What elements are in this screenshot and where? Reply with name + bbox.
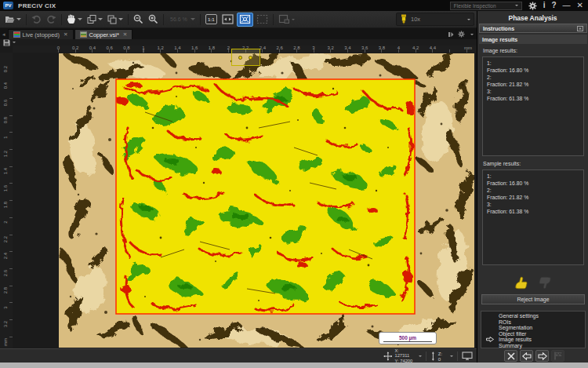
workflow-steps-list: General settings ROIs Segmentation Objec… [481,311,586,348]
stage-position-marker[interactable] [231,49,260,66]
micrograph-view[interactable]: 500 µm [59,53,474,348]
v-ruler-label: 3 [3,303,8,312]
tab-scroll-left[interactable]: ◂ [0,31,8,39]
v-ruler-label: 1.6 [3,184,8,193]
result-row: 2: [487,187,583,194]
pan-tool-button[interactable] [65,13,84,27]
help-icon[interactable]: ? [552,1,557,10]
expand-icon[interactable] [577,26,583,31]
v-ruler-unit: mm [3,337,8,347]
copy-tool-button[interactable] [85,13,104,27]
save-icon[interactable] [3,39,10,46]
v-ruler-label: 1 [3,133,8,142]
v-ruler-label: 2.8 [3,286,8,295]
zoom-in-button[interactable] [147,13,160,27]
stage-xy-control[interactable]: X: 127311 Y: 74200 [379,348,426,364]
h-ruler-label: 2.6 [274,46,285,50]
close-button[interactable]: ✕ [577,1,583,10]
h-ruler-label: 1.2 [155,46,166,50]
chevron-down-icon[interactable] [13,42,16,43]
chevron-down-icon[interactable] [419,355,422,357]
one-to-one-icon: 1:1 [205,14,217,24]
display-icon [462,352,473,360]
v-ruler-label: 2.6 [3,268,8,278]
scale-bar: 500 µm [379,332,437,344]
open-button[interactable] [3,13,23,27]
chevron-down-icon [78,18,82,20]
zoom-out-button[interactable] [132,13,145,27]
cancel-workflow-button[interactable] [504,350,517,362]
chevron-down-icon [191,18,195,20]
app-title: PRECiV CIX [18,2,56,9]
tab-close-icon[interactable]: ✕ [64,31,67,38]
undo-button[interactable] [30,13,43,27]
result-row: 3: [487,88,583,95]
zoom-level-select[interactable]: 56.6 % [167,13,197,27]
image-canvas[interactable]: 00.20.40.60.811.21.41.61.822.22.42.62.83… [0,46,477,348]
reject-image-button[interactable]: Reject Image [481,294,585,304]
h-ruler-label: 0.6 [104,46,115,50]
tab-close-icon[interactable]: ✕ [123,31,127,38]
v-ruler-label: 0.8 [3,115,8,125]
step-image-results[interactable]: Image results [499,337,585,343]
instructions-header-label: Instructions [483,26,514,31]
sample-results-label: Sample results: [483,161,521,166]
h-ruler-label: 3 [308,46,319,50]
redo-icon [46,15,56,24]
step-segmentation[interactable]: Segmentation [499,325,585,331]
instructions-header[interactable]: Instructions [479,24,587,33]
settings-gear-icon[interactable] [528,2,537,10]
finish-workflow-button[interactable] [551,350,564,362]
overlay-toggle-icon[interactable] [448,31,454,38]
v-ruler-label: 2 [3,217,8,227]
image-results-section-header[interactable]: Image results [479,35,587,44]
undo-icon [31,15,42,24]
chevron-down-icon[interactable] [470,34,474,35]
accept-image-button[interactable] [512,275,531,290]
display-settings-button[interactable] [458,352,477,360]
tab-live[interactable]: Live (stopped) ✕ [8,29,74,39]
next-step-button[interactable] [535,350,549,362]
previous-step-button[interactable] [520,350,533,362]
minimize-button[interactable]: — [563,1,571,10]
objective-selector[interactable]: 10x [396,13,474,26]
tab-copper[interactable]: Copper.vsi* ✕ [74,29,133,39]
h-ruler-label: 3.4 [342,46,353,50]
step-rois[interactable]: ROIs [499,319,585,326]
v-ruler: 0.20.40.60.811.21.41.61.822.22.42.62.833… [0,53,13,348]
h-ruler-label: 3.8 [376,46,387,50]
info-icon[interactable]: i [543,1,546,10]
redo-button[interactable] [45,13,58,27]
z-axis-icon [430,352,436,361]
fit-width-button[interactable] [220,13,235,27]
layers-tool-button[interactable] [106,13,125,27]
selection-rect-button[interactable] [255,13,270,27]
result-row: Fraction: 16.80 % [487,180,583,187]
actual-size-button[interactable]: 1:1 [204,13,219,27]
chevron-down-icon [515,5,518,6]
fit-to-screen-button[interactable] [237,13,253,27]
stage-z-value: Z: 0 [438,351,446,362]
result-row: 1: [487,60,583,67]
current-step-arrow [486,337,494,342]
layout-selector[interactable]: Flexible Inspection [450,2,522,10]
accept-image-icon [514,276,529,290]
stage-z-control[interactable]: Z: 0 [426,351,457,362]
chevron-down-icon [98,18,103,20]
step-general-settings[interactable]: General settings [499,313,585,319]
unaccept-image-button[interactable] [535,275,554,290]
h-ruler-label: 1.6 [189,46,200,50]
chevron-down-icon [16,18,21,20]
h-ruler-label: 4.4 [427,46,438,50]
result-row: Fraction: 16.80 % [487,67,583,74]
image-decision-buttons [477,275,588,290]
step-summary[interactable]: Summary [499,343,585,349]
scale-bar-line [383,341,432,342]
snapshot-button[interactable] [277,13,296,27]
step-object-filter[interactable]: Object filter [499,331,585,337]
window-bottom-edge [0,363,588,368]
overlay-settings-icon[interactable] [458,31,465,38]
chevron-down-icon[interactable] [450,355,453,357]
scale-bar-label: 500 µm [399,335,416,341]
live-view-icon [13,31,20,38]
